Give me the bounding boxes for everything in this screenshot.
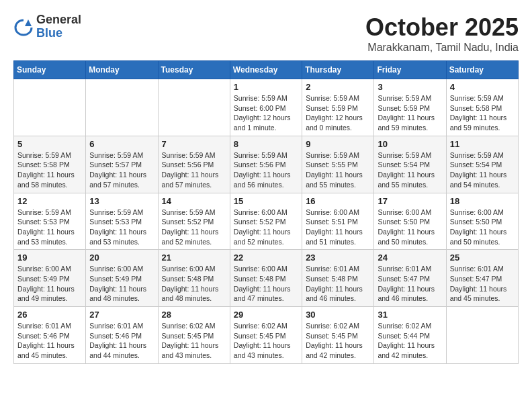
- day-header-wednesday: Wednesday: [230, 61, 302, 79]
- day-info: Sunrise: 6:00 AM Sunset: 5:49 PM Dayligh…: [17, 264, 82, 304]
- week-row-3: 12Sunrise: 5:59 AM Sunset: 5:53 PM Dayli…: [14, 193, 519, 250]
- day-info: Sunrise: 6:00 AM Sunset: 5:50 PM Dayligh…: [378, 208, 442, 247]
- day-info: Sunrise: 6:02 AM Sunset: 5:45 PM Dayligh…: [234, 321, 298, 361]
- calendar-cell: 23Sunrise: 6:01 AM Sunset: 5:48 PM Dayli…: [302, 250, 374, 307]
- logo-general: General: [36, 13, 81, 27]
- day-number: 18: [450, 196, 515, 206]
- calendar-cell: 7Sunrise: 5:59 AM Sunset: 5:56 PM Daylig…: [158, 136, 230, 193]
- calendar-cell: 26Sunrise: 6:01 AM Sunset: 5:46 PM Dayli…: [14, 307, 86, 364]
- logo: General Blue: [13, 13, 81, 40]
- day-info: Sunrise: 6:02 AM Sunset: 5:44 PM Dayligh…: [378, 321, 442, 361]
- week-row-2: 5Sunrise: 5:59 AM Sunset: 5:58 PM Daylig…: [14, 136, 519, 193]
- day-info: Sunrise: 6:00 AM Sunset: 5:49 PM Dayligh…: [89, 264, 154, 304]
- calendar-table: SundayMondayTuesdayWednesdayThursdayFrid…: [13, 60, 519, 364]
- day-info: Sunrise: 6:00 AM Sunset: 5:48 PM Dayligh…: [162, 264, 226, 304]
- day-info: Sunrise: 6:00 AM Sunset: 5:50 PM Dayligh…: [450, 208, 515, 247]
- day-info: Sunrise: 5:59 AM Sunset: 5:55 PM Dayligh…: [306, 150, 370, 190]
- day-number: 22: [234, 253, 298, 263]
- day-info: Sunrise: 5:59 AM Sunset: 5:59 PM Dayligh…: [306, 93, 370, 133]
- calendar-cell: 17Sunrise: 6:00 AM Sunset: 5:50 PM Dayli…: [374, 193, 446, 250]
- day-info: Sunrise: 6:01 AM Sunset: 5:47 PM Dayligh…: [450, 264, 515, 304]
- calendar-cell: [14, 79, 86, 136]
- calendar-cell: 30Sunrise: 6:02 AM Sunset: 5:45 PM Dayli…: [302, 307, 374, 364]
- calendar-header: SundayMondayTuesdayWednesdayThursdayFrid…: [14, 61, 519, 79]
- month-title: October 2025: [365, 13, 519, 42]
- day-number: 26: [17, 310, 82, 320]
- day-number: 13: [89, 196, 154, 206]
- day-number: 30: [306, 310, 370, 320]
- logo-text: General Blue: [36, 13, 81, 40]
- calendar-cell: 27Sunrise: 6:01 AM Sunset: 5:46 PM Dayli…: [86, 307, 158, 364]
- day-number: 14: [162, 196, 226, 206]
- calendar-cell: [158, 79, 230, 136]
- calendar-cell: 29Sunrise: 6:02 AM Sunset: 5:45 PM Dayli…: [230, 307, 302, 364]
- calendar-cell: 9Sunrise: 5:59 AM Sunset: 5:55 PM Daylig…: [302, 136, 374, 193]
- day-number: 28: [162, 310, 226, 320]
- day-number: 5: [17, 139, 82, 149]
- day-info: Sunrise: 5:59 AM Sunset: 5:58 PM Dayligh…: [450, 93, 515, 133]
- location: Marakkanam, Tamil Nadu, India: [365, 42, 519, 54]
- calendar-cell: 8Sunrise: 5:59 AM Sunset: 5:56 PM Daylig…: [230, 136, 302, 193]
- day-number: 3: [378, 82, 442, 92]
- day-info: Sunrise: 5:59 AM Sunset: 5:54 PM Dayligh…: [450, 150, 515, 190]
- day-number: 24: [378, 253, 442, 263]
- day-info: Sunrise: 5:59 AM Sunset: 5:56 PM Dayligh…: [234, 150, 298, 190]
- day-number: 11: [450, 139, 515, 149]
- day-info: Sunrise: 6:00 AM Sunset: 5:48 PM Dayligh…: [234, 264, 298, 304]
- day-number: 31: [378, 310, 442, 320]
- calendar-cell: 22Sunrise: 6:00 AM Sunset: 5:48 PM Dayli…: [230, 250, 302, 307]
- calendar-cell: 3Sunrise: 5:59 AM Sunset: 5:59 PM Daylig…: [374, 79, 446, 136]
- day-number: 4: [450, 82, 515, 92]
- calendar-cell: [446, 307, 518, 364]
- calendar-cell: 11Sunrise: 5:59 AM Sunset: 5:54 PM Dayli…: [446, 136, 518, 193]
- day-info: Sunrise: 5:59 AM Sunset: 5:53 PM Dayligh…: [89, 208, 154, 247]
- calendar-cell: 13Sunrise: 5:59 AM Sunset: 5:53 PM Dayli…: [86, 193, 158, 250]
- day-header-sunday: Sunday: [14, 61, 86, 79]
- calendar-cell: 20Sunrise: 6:00 AM Sunset: 5:49 PM Dayli…: [86, 250, 158, 307]
- header-row: SundayMondayTuesdayWednesdayThursdayFrid…: [14, 61, 519, 79]
- day-number: 27: [89, 310, 154, 320]
- calendar-cell: 1Sunrise: 5:59 AM Sunset: 6:00 PM Daylig…: [230, 79, 302, 136]
- day-header-monday: Monday: [86, 61, 158, 79]
- day-header-tuesday: Tuesday: [158, 61, 230, 79]
- day-info: Sunrise: 5:59 AM Sunset: 5:54 PM Dayligh…: [378, 150, 442, 190]
- day-number: 20: [89, 253, 154, 263]
- day-number: 17: [378, 196, 442, 206]
- day-info: Sunrise: 5:59 AM Sunset: 5:52 PM Dayligh…: [162, 208, 226, 247]
- day-info: Sunrise: 6:01 AM Sunset: 5:47 PM Dayligh…: [378, 264, 442, 304]
- calendar-body: 1Sunrise: 5:59 AM Sunset: 6:00 PM Daylig…: [14, 79, 519, 364]
- week-row-4: 19Sunrise: 6:00 AM Sunset: 5:49 PM Dayli…: [14, 250, 519, 307]
- day-number: 12: [17, 196, 82, 206]
- day-header-friday: Friday: [374, 61, 446, 79]
- week-row-1: 1Sunrise: 5:59 AM Sunset: 6:00 PM Daylig…: [14, 79, 519, 136]
- day-number: 1: [234, 82, 298, 92]
- title-area: October 2025 Marakkanam, Tamil Nadu, Ind…: [365, 13, 519, 54]
- day-info: Sunrise: 6:01 AM Sunset: 5:46 PM Dayligh…: [89, 321, 154, 361]
- day-info: Sunrise: 6:00 AM Sunset: 5:52 PM Dayligh…: [234, 208, 298, 247]
- day-number: 19: [17, 253, 82, 263]
- calendar-cell: 31Sunrise: 6:02 AM Sunset: 5:44 PM Dayli…: [374, 307, 446, 364]
- week-row-5: 26Sunrise: 6:01 AM Sunset: 5:46 PM Dayli…: [14, 307, 519, 364]
- day-info: Sunrise: 5:59 AM Sunset: 5:56 PM Dayligh…: [162, 150, 226, 190]
- day-info: Sunrise: 5:59 AM Sunset: 6:00 PM Dayligh…: [234, 93, 298, 133]
- day-number: 15: [234, 196, 298, 206]
- calendar-cell: 16Sunrise: 6:00 AM Sunset: 5:51 PM Dayli…: [302, 193, 374, 250]
- calendar-cell: 2Sunrise: 5:59 AM Sunset: 5:59 PM Daylig…: [302, 79, 374, 136]
- day-info: Sunrise: 5:59 AM Sunset: 5:53 PM Dayligh…: [17, 208, 82, 247]
- day-info: Sunrise: 5:59 AM Sunset: 5:57 PM Dayligh…: [89, 150, 154, 190]
- day-number: 2: [306, 82, 370, 92]
- day-header-thursday: Thursday: [302, 61, 374, 79]
- day-number: 16: [306, 196, 370, 206]
- day-number: 10: [378, 139, 442, 149]
- calendar-cell: 15Sunrise: 6:00 AM Sunset: 5:52 PM Dayli…: [230, 193, 302, 250]
- calendar-cell: 14Sunrise: 5:59 AM Sunset: 5:52 PM Dayli…: [158, 193, 230, 250]
- day-number: 23: [306, 253, 370, 263]
- calendar-cell: [86, 79, 158, 136]
- calendar-cell: 10Sunrise: 5:59 AM Sunset: 5:54 PM Dayli…: [374, 136, 446, 193]
- calendar-cell: 6Sunrise: 5:59 AM Sunset: 5:57 PM Daylig…: [86, 136, 158, 193]
- calendar-cell: 28Sunrise: 6:02 AM Sunset: 5:45 PM Dayli…: [158, 307, 230, 364]
- calendar-cell: 19Sunrise: 6:00 AM Sunset: 5:49 PM Dayli…: [14, 250, 86, 307]
- logo-blue: Blue: [36, 27, 81, 40]
- calendar-cell: 21Sunrise: 6:00 AM Sunset: 5:48 PM Dayli…: [158, 250, 230, 307]
- day-info: Sunrise: 6:01 AM Sunset: 5:46 PM Dayligh…: [17, 321, 82, 361]
